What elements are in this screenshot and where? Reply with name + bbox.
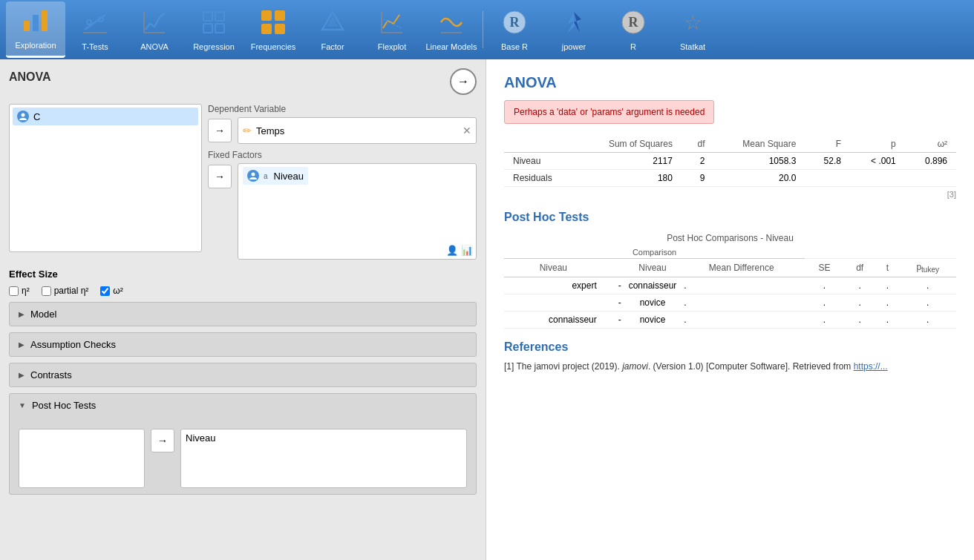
post-hoc-content: → Niveau bbox=[10, 417, 476, 494]
ref-1-text: The jamovi project (2019). jamovi. (Vers… bbox=[516, 361, 853, 372]
checkbox-omega2-label: ω² bbox=[113, 286, 122, 296]
toolbar-item-regression[interactable]: Regression bbox=[184, 1, 244, 58]
toolbar-item-jpower[interactable]: jpower bbox=[544, 1, 604, 58]
toolbar-item-r[interactable]: R R bbox=[604, 1, 663, 58]
person-icon: 👤 bbox=[446, 245, 458, 256]
ph-th-niveau2: Niveau bbox=[627, 259, 679, 277]
fixed-factors-label: Fixed Factors bbox=[208, 150, 477, 160]
toolbar-item-linear-models[interactable]: Linear Models bbox=[422, 1, 481, 58]
dependent-variable-clear[interactable]: ✕ bbox=[463, 125, 471, 136]
ph-td-mean-diff-1: . bbox=[678, 277, 805, 294]
svg-text:R: R bbox=[629, 15, 639, 30]
toolbar-item-flexplot[interactable]: Flexplot bbox=[362, 1, 422, 58]
svg-rect-15 bbox=[261, 24, 272, 34]
anova-td-residuals-f bbox=[805, 170, 850, 187]
post-hoc-subtitle: Post Hoc Comparisons - Niveau bbox=[504, 233, 956, 243]
right-panel: ANOVA Perhaps a 'data' or 'params' argum… bbox=[486, 59, 974, 560]
collapsible-assumption-checks-header[interactable]: ▶ Assumption Checks bbox=[10, 333, 476, 356]
niveau-icon bbox=[247, 170, 259, 182]
dependent-variable-value: Temps bbox=[256, 125, 284, 136]
ph-th-dash bbox=[603, 259, 627, 277]
jpower-label: jpower bbox=[562, 42, 586, 51]
anova-th-f: F bbox=[805, 136, 850, 153]
fixed-factors-arrow-row: → a Niveau bbox=[208, 163, 477, 260]
ph-td-mean-diff-3: . bbox=[678, 312, 805, 329]
svg-rect-9 bbox=[203, 12, 212, 21]
collapsible-contrasts-header[interactable]: ▶ Contrasts bbox=[10, 363, 476, 386]
ph-td-dash-2: - bbox=[603, 294, 627, 312]
toolbar-item-frequencies[interactable]: Frequencies bbox=[244, 1, 303, 58]
ph-td-df-2: . bbox=[844, 294, 876, 312]
ph-td-se-2: . bbox=[805, 294, 844, 312]
anova-td-niveau-p: < .001 bbox=[850, 153, 905, 170]
ph-td-connaisseur: connaisseur bbox=[627, 277, 679, 294]
ph-td-t-2: . bbox=[876, 294, 900, 312]
dependent-arrow-button[interactable]: → bbox=[208, 119, 232, 142]
toolbar-item-statkat[interactable]: ☆ Statkat bbox=[663, 1, 722, 58]
svg-rect-12 bbox=[215, 24, 224, 33]
ph-th-niveau1: Niveau bbox=[504, 259, 603, 277]
checkbox-omega2[interactable]: ω² bbox=[100, 286, 122, 296]
anova-td-residuals-p bbox=[850, 170, 905, 187]
right-inputs: Dependent Variable → ✏ Temps ✕ Fixed Fac… bbox=[208, 104, 477, 260]
effect-size-section: Effect Size η² partial η² ω² bbox=[9, 269, 477, 296]
anova-icon bbox=[141, 9, 168, 39]
ph-td-p-2: . bbox=[899, 294, 956, 312]
fixed-factor-niveau[interactable]: a Niveau bbox=[243, 167, 308, 185]
ref-1-link[interactable]: https://... bbox=[854, 361, 888, 372]
variable-icon-c bbox=[17, 111, 29, 122]
svg-rect-13 bbox=[261, 10, 272, 21]
fixed-factor-niveau-label: Niveau bbox=[274, 171, 304, 182]
post-hoc-source-box bbox=[19, 429, 145, 488]
pencil-icon: ✏ bbox=[243, 125, 252, 136]
exploration-icon bbox=[22, 7, 49, 38]
svg-point-4 bbox=[87, 20, 91, 24]
jpower-icon bbox=[560, 9, 587, 39]
fixed-factors-arrow-button[interactable]: → bbox=[208, 165, 232, 188]
variable-item-c[interactable]: C bbox=[13, 108, 198, 125]
ph-td-connaisseur-2: connaisseur bbox=[504, 312, 603, 329]
ph-td-p-3: . bbox=[899, 312, 956, 329]
factor-label: Factor bbox=[321, 42, 344, 51]
svg-point-30 bbox=[22, 113, 25, 117]
table-row: - novice . . . . . bbox=[504, 294, 956, 312]
toolbar-item-factor[interactable]: Factor bbox=[303, 1, 362, 58]
ph-td-dash-3: - bbox=[603, 312, 627, 329]
collapsible-model-header[interactable]: ▶ Model bbox=[10, 303, 476, 326]
frequencies-icon bbox=[260, 9, 287, 39]
anova-td-niveau-mean-sq: 1058.3 bbox=[713, 153, 805, 170]
ph-th-mean-diff: Mean Difference bbox=[678, 259, 805, 277]
model-label: Model bbox=[30, 309, 56, 320]
checkbox-eta2[interactable]: η² bbox=[9, 286, 30, 296]
ph-comparison-row: Comparison bbox=[504, 246, 956, 259]
run-button[interactable]: → bbox=[450, 68, 477, 95]
anova-td-niveau-f: 52.8 bbox=[805, 153, 850, 170]
ttests-icon bbox=[82, 9, 108, 39]
dependent-variable-label: Dependent Variable bbox=[208, 104, 477, 114]
anova-th-df: df bbox=[682, 136, 714, 153]
ph-header-row: Niveau Niveau Mean Difference SE df t pt… bbox=[504, 259, 956, 277]
toolbar: Exploration T-Tests ANOVA bbox=[0, 0, 974, 59]
checkbox-eta2-input[interactable] bbox=[9, 286, 19, 296]
toolbar-item-exploration[interactable]: Exploration bbox=[6, 1, 65, 58]
table-row: Niveau 2117 2 1058.3 52.8 < .001 0.896 bbox=[504, 153, 956, 170]
assumption-checks-label: Assumption Checks bbox=[30, 339, 116, 350]
ttests-label: T-Tests bbox=[82, 42, 108, 51]
svg-rect-16 bbox=[275, 24, 285, 34]
checkbox-partial-eta2[interactable]: partial η² bbox=[42, 286, 89, 296]
result-title: ANOVA bbox=[504, 74, 956, 91]
collapsible-post-hoc-header[interactable]: ▼ Post Hoc Tests bbox=[10, 394, 476, 417]
post-hoc-niveau-value: Niveau bbox=[186, 432, 215, 444]
checkbox-omega2-input[interactable] bbox=[100, 286, 110, 296]
collapsible-post-hoc: ▼ Post Hoc Tests → Niveau bbox=[9, 393, 477, 495]
anova-table-header-row: Sum of Squares df Mean Square F p ω² bbox=[504, 136, 956, 153]
toolbar-item-base-r[interactable]: R Base R bbox=[485, 1, 544, 58]
svg-text:R: R bbox=[510, 15, 520, 30]
toolbar-item-ttests[interactable]: T-Tests bbox=[65, 1, 125, 58]
checkbox-partial-eta2-input[interactable] bbox=[42, 286, 51, 296]
toolbar-item-anova[interactable]: ANOVA bbox=[125, 1, 184, 58]
post-hoc-table: Comparison Niveau Niveau Mean Difference… bbox=[504, 246, 956, 329]
post-hoc-arrow-button[interactable]: → bbox=[151, 429, 174, 452]
chart-icon: 📊 bbox=[461, 245, 473, 256]
svg-rect-10 bbox=[215, 12, 224, 21]
